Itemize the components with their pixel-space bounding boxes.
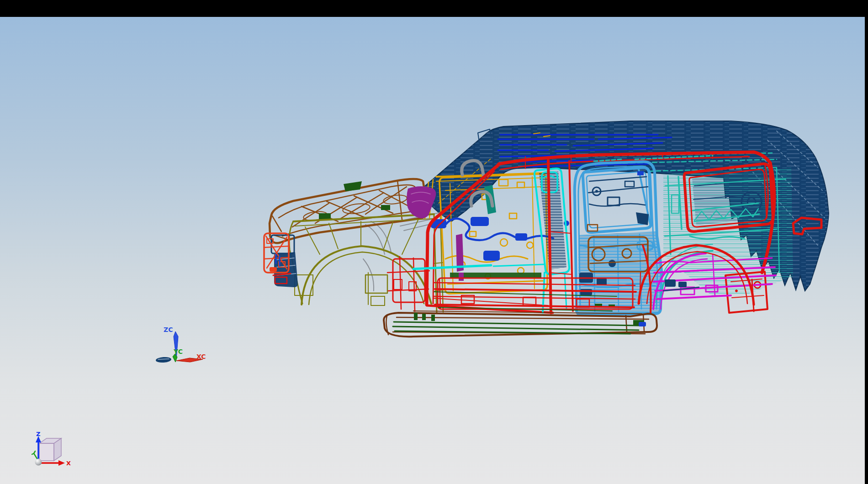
origin-sphere — [35, 459, 42, 466]
x-axis-arrow — [41, 460, 65, 466]
right-black-bar — [865, 0, 868, 484]
wcs-disc-highlight — [158, 359, 169, 359]
xc-axis-label: XC — [196, 353, 206, 360]
zc-axis-label: ZC — [164, 326, 173, 333]
cad-graphics-viewport[interactable]: ZC YC XC Z X — [0, 17, 865, 484]
rear-door-blue-clip — [637, 171, 644, 175]
rocker-blue-blob — [639, 322, 646, 326]
wcs-origin-disc — [156, 357, 172, 363]
yc-axis-label: YC — [173, 348, 183, 355]
wcs-triad[interactable]: ZC YC XC — [156, 326, 206, 363]
model-scene[interactable]: ZC YC XC Z X — [0, 17, 868, 484]
z-axis-label: Z — [36, 431, 40, 437]
hood-panel-wireframe[interactable] — [270, 179, 428, 243]
view-orientation-triad[interactable]: Z X — [32, 431, 71, 467]
x-axis-label: X — [66, 460, 71, 467]
top-black-bar — [0, 0, 868, 17]
orientation-cube[interactable] — [39, 438, 61, 461]
